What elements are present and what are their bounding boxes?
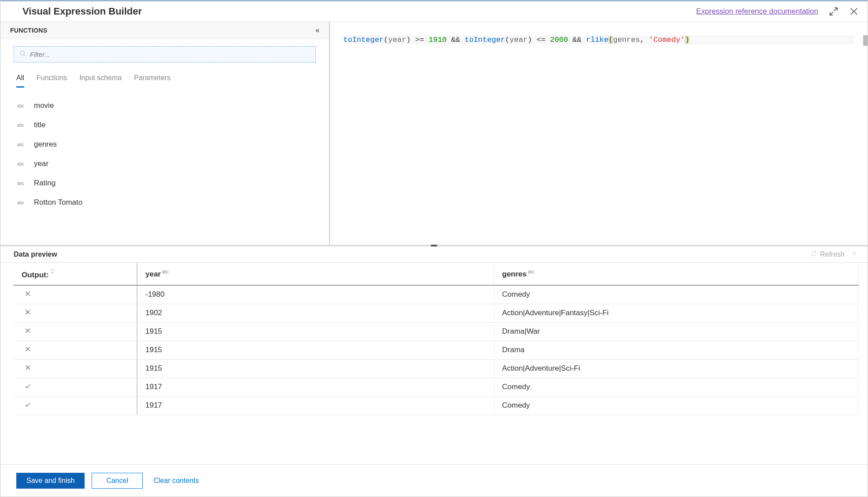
list-item[interactable]: abcgenres: [14, 135, 320, 154]
code-token: (: [608, 36, 613, 44]
column-label: Output:: [22, 271, 48, 279]
type-badge: abc: [17, 123, 28, 128]
editor-scrollbar[interactable]: [863, 35, 868, 46]
header-bar: Visual Expression Builder Expression ref…: [0, 0, 868, 22]
genres-cell: Drama|War: [494, 322, 859, 341]
item-name: movie: [34, 101, 54, 110]
type-badge: abc: [17, 181, 28, 186]
list-item[interactable]: abcRotton Tomato: [14, 193, 320, 212]
footer-bar: Save and finish Cancel Clear contents: [0, 464, 868, 497]
year-cell: 1902: [137, 304, 494, 322]
code-token: <=: [537, 36, 550, 44]
genres-cell: Drama: [494, 341, 859, 359]
table-row[interactable]: 1917Comedy: [14, 396, 859, 415]
code-token: 1910: [429, 36, 447, 44]
table-row[interactable]: 1915Action|Adventure|Sci-Fi: [14, 359, 859, 378]
check-icon: [24, 401, 31, 410]
output-cell: [14, 285, 137, 304]
preview-actions: Refresh: [810, 250, 858, 259]
tab-parameters[interactable]: Parameters: [134, 71, 171, 88]
code-token: &&: [447, 36, 465, 44]
code-line[interactable]: toInteger(year) >= 1910 && toInteger(yea…: [343, 35, 854, 44]
preview-title: Data preview: [14, 250, 57, 258]
doc-link[interactable]: Expression reference documentation: [696, 7, 818, 16]
functions-panel-title: FUNCTIONS: [10, 27, 47, 34]
tab-all[interactable]: All: [16, 71, 24, 88]
list-item[interactable]: abcRating: [14, 173, 320, 193]
code-token: ): [685, 36, 689, 44]
tab-input-schema[interactable]: Input schema: [79, 71, 122, 88]
list-item[interactable]: abcyear: [14, 154, 320, 173]
filter-box[interactable]: [14, 46, 316, 63]
code-token: 'Comedy': [649, 36, 685, 44]
year-cell: 1917: [137, 378, 494, 396]
header-actions: Expression reference documentation: [696, 7, 859, 16]
refresh-button[interactable]: Refresh: [810, 250, 845, 259]
table-row[interactable]: 1902Action|Adventure|Fantasy|Sci-Fi: [14, 304, 859, 322]
genres-cell: Action|Adventure|Sci-Fi: [494, 359, 859, 378]
year-cell: 1917: [137, 396, 494, 415]
code-token: ): [406, 36, 415, 44]
x-icon: [24, 309, 31, 317]
refresh-icon: [810, 250, 817, 259]
expand-icon[interactable]: [829, 7, 838, 16]
column-type-badge: abc: [527, 269, 534, 274]
expression-editor[interactable]: toInteger(year) >= 1910 && toInteger(yea…: [330, 22, 868, 245]
item-name: year: [34, 159, 48, 168]
list-item[interactable]: abctitle: [14, 115, 320, 135]
code-token: year: [388, 36, 406, 44]
genres-cell: Comedy: [494, 396, 859, 415]
svg-point-0: [20, 51, 24, 55]
table-row[interactable]: -1980Comedy: [14, 285, 859, 304]
save-button[interactable]: Save and finish: [16, 473, 85, 489]
code-token: (: [505, 36, 509, 44]
code-token: ): [527, 36, 536, 44]
output-cell: [14, 322, 137, 341]
item-name: title: [34, 121, 45, 129]
search-icon: [19, 50, 26, 59]
item-name: Rating: [34, 179, 56, 188]
x-icon: [24, 291, 31, 299]
list-item[interactable]: abcmovie: [14, 96, 320, 115]
table-row[interactable]: 1915Drama: [14, 341, 859, 359]
preview-header: Data preview Refresh: [0, 247, 868, 263]
column-header[interactable]: yearabc: [137, 263, 494, 285]
year-cell: -1980: [137, 285, 494, 304]
main-body: FUNCTIONS « AllFunctionsInput schemaPara…: [0, 22, 868, 247]
genres-cell: Comedy: [494, 378, 859, 396]
check-icon: [24, 383, 31, 391]
output-cell: [14, 359, 137, 378]
schema-list: abcmovieabctitleabcgenresabcyearabcRatin…: [0, 88, 329, 212]
x-icon: [24, 346, 31, 354]
tab-functions[interactable]: Functions: [37, 71, 67, 88]
item-name: Rotton Tomato: [34, 198, 82, 207]
close-icon[interactable]: [849, 7, 859, 16]
type-badge: abc: [17, 103, 28, 108]
x-icon: [24, 364, 31, 373]
table-row[interactable]: 1917Comedy: [14, 378, 859, 396]
filter-input[interactable]: [30, 51, 310, 58]
year-cell: 1915: [137, 341, 494, 359]
expand-down-icon[interactable]: [851, 250, 858, 259]
column-header[interactable]: genresabc: [494, 263, 859, 285]
type-badge: abc: [17, 162, 28, 166]
sort-icon[interactable]: [48, 271, 56, 279]
code-token: >=: [415, 36, 429, 44]
output-cell: [14, 396, 137, 415]
column-header[interactable]: Output:: [14, 263, 137, 285]
code-token: ,: [640, 36, 649, 44]
collapse-panel-icon[interactable]: «: [315, 26, 319, 34]
code-token: 2000: [550, 36, 568, 44]
item-name: genres: [34, 140, 57, 149]
functions-panel: FUNCTIONS « AllFunctionsInput schemaPara…: [0, 22, 330, 245]
code-token: toInteger: [464, 36, 505, 44]
table-row[interactable]: 1915Drama|War: [14, 322, 859, 341]
column-type-badge: abc: [162, 269, 169, 274]
page-title: Visual Expression Builder: [22, 6, 142, 17]
clear-contents-link[interactable]: Clear contents: [153, 477, 199, 485]
table-header-row: Output:yearabcgenresabc: [14, 263, 859, 285]
cancel-button[interactable]: Cancel: [92, 473, 143, 489]
preview-table: Output:yearabcgenresabc -1980Comedy1902A…: [14, 263, 859, 415]
output-cell: [14, 341, 137, 359]
drag-handle-icon[interactable]: ▬: [0, 244, 868, 247]
